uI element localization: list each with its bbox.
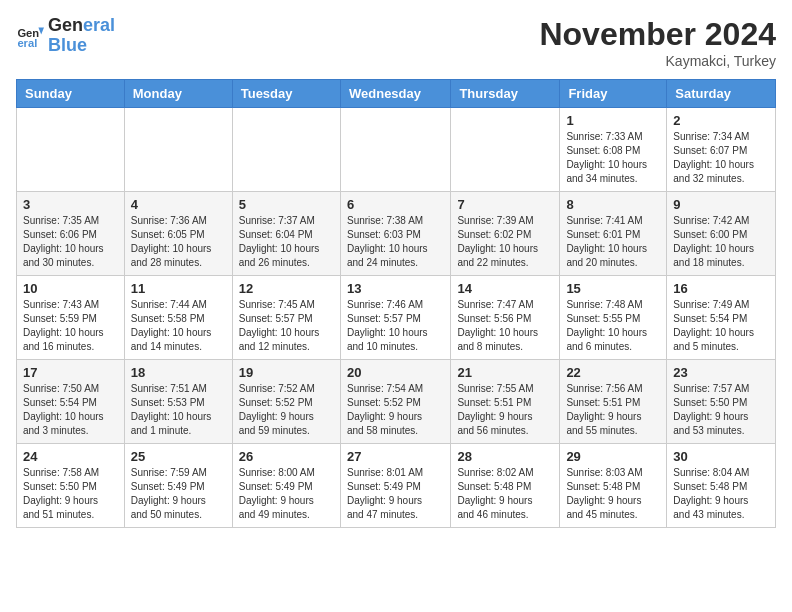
- calendar-cell-4-2: 18Sunrise: 7:51 AM Sunset: 5:53 PM Dayli…: [124, 360, 232, 444]
- day-info: Sunrise: 7:54 AM Sunset: 5:52 PM Dayligh…: [347, 382, 444, 438]
- day-info: Sunrise: 7:52 AM Sunset: 5:52 PM Dayligh…: [239, 382, 334, 438]
- day-info: Sunrise: 7:49 AM Sunset: 5:54 PM Dayligh…: [673, 298, 769, 354]
- day-number: 14: [457, 281, 553, 296]
- day-info: Sunrise: 7:50 AM Sunset: 5:54 PM Dayligh…: [23, 382, 118, 438]
- day-number: 11: [131, 281, 226, 296]
- calendar-cell-2-6: 8Sunrise: 7:41 AM Sunset: 6:01 PM Daylig…: [560, 192, 667, 276]
- calendar-cell-1-7: 2Sunrise: 7:34 AM Sunset: 6:07 PM Daylig…: [667, 108, 776, 192]
- calendar-cell-1-5: [451, 108, 560, 192]
- calendar-cell-4-1: 17Sunrise: 7:50 AM Sunset: 5:54 PM Dayli…: [17, 360, 125, 444]
- day-info: Sunrise: 7:46 AM Sunset: 5:57 PM Dayligh…: [347, 298, 444, 354]
- calendar-cell-4-3: 19Sunrise: 7:52 AM Sunset: 5:52 PM Dayli…: [232, 360, 340, 444]
- day-number: 20: [347, 365, 444, 380]
- day-number: 7: [457, 197, 553, 212]
- weekday-header-friday: Friday: [560, 80, 667, 108]
- calendar-cell-5-6: 29Sunrise: 8:03 AM Sunset: 5:48 PM Dayli…: [560, 444, 667, 528]
- calendar-cell-1-4: [340, 108, 450, 192]
- day-number: 6: [347, 197, 444, 212]
- day-number: 10: [23, 281, 118, 296]
- svg-marker-2: [38, 27, 44, 34]
- day-number: 15: [566, 281, 660, 296]
- day-info: Sunrise: 7:41 AM Sunset: 6:01 PM Dayligh…: [566, 214, 660, 270]
- day-number: 23: [673, 365, 769, 380]
- calendar-cell-5-7: 30Sunrise: 8:04 AM Sunset: 5:48 PM Dayli…: [667, 444, 776, 528]
- day-number: 18: [131, 365, 226, 380]
- day-info: Sunrise: 7:33 AM Sunset: 6:08 PM Dayligh…: [566, 130, 660, 186]
- day-number: 13: [347, 281, 444, 296]
- calendar-cell-2-5: 7Sunrise: 7:39 AM Sunset: 6:02 PM Daylig…: [451, 192, 560, 276]
- calendar-cell-2-3: 5Sunrise: 7:37 AM Sunset: 6:04 PM Daylig…: [232, 192, 340, 276]
- weekday-header-wednesday: Wednesday: [340, 80, 450, 108]
- calendar-week-2: 3Sunrise: 7:35 AM Sunset: 6:06 PM Daylig…: [17, 192, 776, 276]
- day-info: Sunrise: 8:02 AM Sunset: 5:48 PM Dayligh…: [457, 466, 553, 522]
- day-info: Sunrise: 7:55 AM Sunset: 5:51 PM Dayligh…: [457, 382, 553, 438]
- logo-icon: Gen eral: [16, 22, 44, 50]
- day-number: 5: [239, 197, 334, 212]
- calendar-cell-1-2: [124, 108, 232, 192]
- day-number: 12: [239, 281, 334, 296]
- day-number: 28: [457, 449, 553, 464]
- calendar-week-4: 17Sunrise: 7:50 AM Sunset: 5:54 PM Dayli…: [17, 360, 776, 444]
- calendar-cell-1-6: 1Sunrise: 7:33 AM Sunset: 6:08 PM Daylig…: [560, 108, 667, 192]
- day-info: Sunrise: 7:56 AM Sunset: 5:51 PM Dayligh…: [566, 382, 660, 438]
- calendar-cell-3-5: 14Sunrise: 7:47 AM Sunset: 5:56 PM Dayli…: [451, 276, 560, 360]
- calendar-cell-1-3: [232, 108, 340, 192]
- weekday-header-monday: Monday: [124, 80, 232, 108]
- logo-text-line1: General: [48, 16, 115, 36]
- day-number: 27: [347, 449, 444, 464]
- page-header: Gen eral General Blue November 2024 Kaym…: [16, 16, 776, 69]
- calendar-cell-5-2: 25Sunrise: 7:59 AM Sunset: 5:49 PM Dayli…: [124, 444, 232, 528]
- day-info: Sunrise: 7:43 AM Sunset: 5:59 PM Dayligh…: [23, 298, 118, 354]
- day-info: Sunrise: 7:38 AM Sunset: 6:03 PM Dayligh…: [347, 214, 444, 270]
- calendar-week-1: 1Sunrise: 7:33 AM Sunset: 6:08 PM Daylig…: [17, 108, 776, 192]
- day-number: 2: [673, 113, 769, 128]
- day-info: Sunrise: 7:59 AM Sunset: 5:49 PM Dayligh…: [131, 466, 226, 522]
- day-number: 16: [673, 281, 769, 296]
- weekday-header-sunday: Sunday: [17, 80, 125, 108]
- calendar-week-3: 10Sunrise: 7:43 AM Sunset: 5:59 PM Dayli…: [17, 276, 776, 360]
- calendar-cell-4-6: 22Sunrise: 7:56 AM Sunset: 5:51 PM Dayli…: [560, 360, 667, 444]
- day-number: 21: [457, 365, 553, 380]
- day-number: 19: [239, 365, 334, 380]
- calendar-cell-4-7: 23Sunrise: 7:57 AM Sunset: 5:50 PM Dayli…: [667, 360, 776, 444]
- calendar-cell-2-7: 9Sunrise: 7:42 AM Sunset: 6:00 PM Daylig…: [667, 192, 776, 276]
- calendar-cell-3-6: 15Sunrise: 7:48 AM Sunset: 5:55 PM Dayli…: [560, 276, 667, 360]
- day-info: Sunrise: 7:47 AM Sunset: 5:56 PM Dayligh…: [457, 298, 553, 354]
- day-info: Sunrise: 7:37 AM Sunset: 6:04 PM Dayligh…: [239, 214, 334, 270]
- calendar-cell-5-5: 28Sunrise: 8:02 AM Sunset: 5:48 PM Dayli…: [451, 444, 560, 528]
- calendar-week-5: 24Sunrise: 7:58 AM Sunset: 5:50 PM Dayli…: [17, 444, 776, 528]
- calendar-cell-4-4: 20Sunrise: 7:54 AM Sunset: 5:52 PM Dayli…: [340, 360, 450, 444]
- day-number: 1: [566, 113, 660, 128]
- day-info: Sunrise: 7:39 AM Sunset: 6:02 PM Dayligh…: [457, 214, 553, 270]
- day-number: 17: [23, 365, 118, 380]
- day-info: Sunrise: 7:36 AM Sunset: 6:05 PM Dayligh…: [131, 214, 226, 270]
- day-info: Sunrise: 7:48 AM Sunset: 5:55 PM Dayligh…: [566, 298, 660, 354]
- day-info: Sunrise: 8:03 AM Sunset: 5:48 PM Dayligh…: [566, 466, 660, 522]
- calendar-cell-3-1: 10Sunrise: 7:43 AM Sunset: 5:59 PM Dayli…: [17, 276, 125, 360]
- calendar-cell-5-4: 27Sunrise: 8:01 AM Sunset: 5:49 PM Dayli…: [340, 444, 450, 528]
- day-info: Sunrise: 7:34 AM Sunset: 6:07 PM Dayligh…: [673, 130, 769, 186]
- day-number: 8: [566, 197, 660, 212]
- weekday-header-thursday: Thursday: [451, 80, 560, 108]
- logo: Gen eral General Blue: [16, 16, 115, 56]
- day-info: Sunrise: 7:58 AM Sunset: 5:50 PM Dayligh…: [23, 466, 118, 522]
- day-number: 22: [566, 365, 660, 380]
- day-info: Sunrise: 7:35 AM Sunset: 6:06 PM Dayligh…: [23, 214, 118, 270]
- calendar-cell-2-4: 6Sunrise: 7:38 AM Sunset: 6:03 PM Daylig…: [340, 192, 450, 276]
- calendar-cell-3-2: 11Sunrise: 7:44 AM Sunset: 5:58 PM Dayli…: [124, 276, 232, 360]
- title-area: November 2024 Kaymakci, Turkey: [539, 16, 776, 69]
- day-number: 3: [23, 197, 118, 212]
- calendar-cell-2-1: 3Sunrise: 7:35 AM Sunset: 6:06 PM Daylig…: [17, 192, 125, 276]
- calendar-cell-3-4: 13Sunrise: 7:46 AM Sunset: 5:57 PM Dayli…: [340, 276, 450, 360]
- day-info: Sunrise: 7:44 AM Sunset: 5:58 PM Dayligh…: [131, 298, 226, 354]
- calendar-cell-3-3: 12Sunrise: 7:45 AM Sunset: 5:57 PM Dayli…: [232, 276, 340, 360]
- day-number: 9: [673, 197, 769, 212]
- day-number: 24: [23, 449, 118, 464]
- day-number: 26: [239, 449, 334, 464]
- svg-text:eral: eral: [17, 37, 37, 49]
- weekday-header-row: SundayMondayTuesdayWednesdayThursdayFrid…: [17, 80, 776, 108]
- day-info: Sunrise: 7:42 AM Sunset: 6:00 PM Dayligh…: [673, 214, 769, 270]
- day-number: 30: [673, 449, 769, 464]
- calendar-cell-5-1: 24Sunrise: 7:58 AM Sunset: 5:50 PM Dayli…: [17, 444, 125, 528]
- calendar-cell-4-5: 21Sunrise: 7:55 AM Sunset: 5:51 PM Dayli…: [451, 360, 560, 444]
